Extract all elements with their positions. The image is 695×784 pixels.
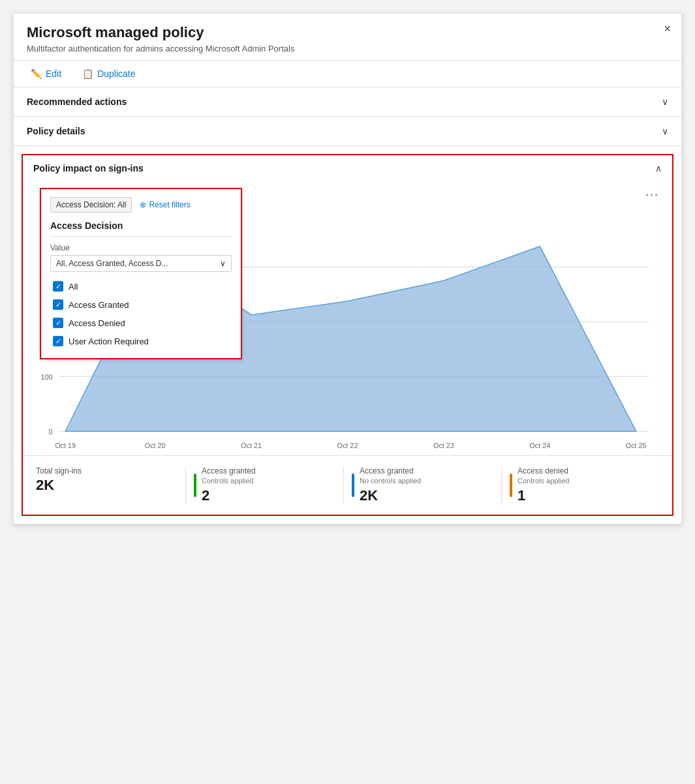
toolbar: ✏️ Edit 📋 Duplicate <box>14 61 681 87</box>
stat-access-granted-2-sublabel: No controls applied <box>360 477 421 485</box>
svg-text:Oct 21: Oct 21 <box>241 442 262 449</box>
chevron-down-icon: ∨ <box>220 259 226 268</box>
filter-badge[interactable]: Access Decision: All <box>50 197 132 213</box>
filter-option-label: Access Denied <box>69 318 125 328</box>
stat-with-indicator-3: Access denied Controls applied 1 <box>510 466 651 504</box>
filter-top-bar: Access Decision: All ⊗ Reset filters <box>50 197 232 213</box>
duplicate-button[interactable]: 📋 Duplicate <box>78 66 139 82</box>
filter-option-label: All <box>69 282 78 292</box>
filter-option[interactable]: Access Denied <box>50 314 232 332</box>
filter-dropdown: Access Decision: All ⊗ Reset filters Acc… <box>40 188 242 359</box>
stat-with-indicator-1: Access granted Controls applied 2 <box>194 466 335 504</box>
svg-text:Oct 19: Oct 19 <box>55 442 76 449</box>
filter-value-label: Value <box>50 243 232 252</box>
recommended-actions-chevron: ∨ <box>662 97 668 107</box>
stat-indicator-orange <box>510 474 512 497</box>
duplicate-label: Duplicate <box>97 68 135 79</box>
filter-icon: ⊗ <box>140 200 146 209</box>
stat-text-1: Access granted Controls applied 2 <box>202 466 256 504</box>
panel-title: Microsoft managed policy <box>27 24 668 41</box>
svg-text:Oct 20: Oct 20 <box>145 442 166 449</box>
stat-total-value: 2K <box>36 477 178 494</box>
policy-details-title: Policy details <box>27 126 85 136</box>
chart-area: ··· Access Decision: All ⊗ Reset filters… <box>23 181 672 455</box>
recommended-actions-title: Recommended actions <box>27 97 127 107</box>
filter-options: AllAccess GrantedAccess DeniedUser Actio… <box>50 277 232 350</box>
policy-details-section[interactable]: Policy details ∨ <box>14 117 681 146</box>
close-button[interactable]: × <box>664 23 671 35</box>
main-panel: Microsoft managed policy Multifactor aut… <box>13 13 682 524</box>
stat-access-denied-sublabel: Controls applied <box>517 477 570 485</box>
policy-details-chevron: ∨ <box>662 126 668 136</box>
filter-option[interactable]: All <box>50 277 232 295</box>
stat-access-granted-1-label: Access granted <box>202 466 256 475</box>
filter-option[interactable]: User Action Required <box>50 332 232 350</box>
stat-access-granted-controls: Access granted Controls applied 2 <box>186 466 344 504</box>
stat-total-signins: Total sign-ins 2K <box>36 466 186 504</box>
stat-access-denied-value: 1 <box>517 487 570 504</box>
stat-access-denied: Access denied Controls applied 1 <box>502 466 659 504</box>
duplicate-icon: 📋 <box>82 68 93 79</box>
filter-section-title: Access Decision <box>50 220 232 237</box>
stat-access-denied-label: Access denied <box>517 466 570 475</box>
edit-label: Edit <box>46 68 61 79</box>
policy-impact-header: Policy impact on sign-ins ∧ <box>23 155 672 181</box>
filter-option[interactable]: Access Granted <box>50 295 232 314</box>
stat-with-indicator-2: Access granted No controls applied 2K <box>352 466 493 504</box>
stat-text-2: Access granted No controls applied 2K <box>360 466 421 504</box>
policy-impact-title: Policy impact on sign-ins <box>33 163 144 173</box>
filter-option-label: Access Granted <box>69 300 129 310</box>
edit-button[interactable]: ✏️ Edit <box>27 66 65 82</box>
policy-impact-section: Policy impact on sign-ins ∧ ··· Access D… <box>22 154 673 516</box>
recommended-actions-section[interactable]: Recommended actions ∨ <box>14 87 681 117</box>
stat-access-granted-no-controls: Access granted No controls applied 2K <box>344 466 502 504</box>
edit-icon: ✏️ <box>31 68 42 79</box>
filter-option-label: User Action Required <box>69 337 149 346</box>
filter-select-label: All, Access Granted, Access D... <box>56 259 168 268</box>
y-label-0: 0 <box>48 428 52 436</box>
stats-bar: Total sign-ins 2K Access granted Control… <box>23 455 672 515</box>
stat-indicator-green <box>194 474 196 497</box>
stat-access-granted-1-value: 2 <box>202 487 256 504</box>
stat-indicator-blue <box>352 474 354 497</box>
stat-total-label: Total sign-ins <box>36 466 178 475</box>
policy-impact-chevron: ∧ <box>655 163 662 173</box>
reset-filters-button[interactable]: ⊗ Reset filters <box>140 200 190 209</box>
svg-text:Oct 25: Oct 25 <box>626 442 647 449</box>
svg-text:Oct 24: Oct 24 <box>529 442 550 449</box>
stat-access-granted-1-sublabel: Controls applied <box>202 477 256 485</box>
reset-filters-label: Reset filters <box>149 200 190 209</box>
stat-access-granted-2-label: Access granted <box>360 466 421 475</box>
y-label-100: 100 <box>40 373 52 381</box>
panel-header: Microsoft managed policy Multifactor aut… <box>14 14 681 61</box>
svg-text:Oct 22: Oct 22 <box>337 442 358 449</box>
stat-access-granted-2-value: 2K <box>360 487 421 504</box>
svg-text:Oct 23: Oct 23 <box>433 442 454 449</box>
checkbox-icon <box>53 336 63 346</box>
panel-subtitle: Multifactor authentication for admins ac… <box>27 44 668 53</box>
filter-select[interactable]: All, Access Granted, Access D... ∨ <box>50 255 232 272</box>
checkbox-icon <box>53 318 63 328</box>
stat-text-3: Access denied Controls applied 1 <box>517 466 570 504</box>
checkbox-icon <box>53 299 63 310</box>
checkbox-icon <box>53 281 63 292</box>
